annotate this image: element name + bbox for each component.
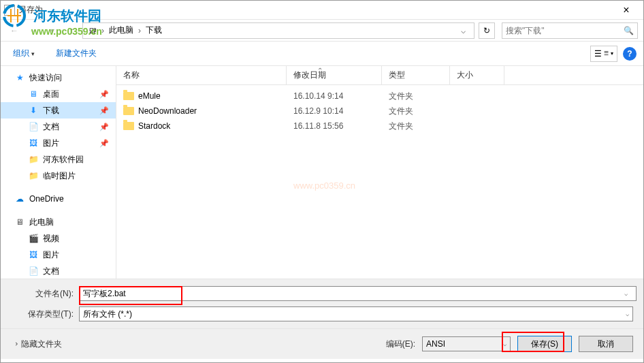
document-icon: 📄 <box>28 266 39 277</box>
file-name: Stardock <box>138 121 170 131</box>
app-icon <box>4 5 15 16</box>
list-item[interactable]: eMule 16.10.14 9:14 文件夹 <box>116 89 643 104</box>
sidebar-item-label: 视频 <box>43 233 59 244</box>
expand-icon[interactable]: ⌃ <box>10 341 19 347</box>
encoding-value: ANSI <box>426 339 445 349</box>
sidebar-item-label: 临时图片 <box>43 170 76 182</box>
search-input[interactable] <box>506 26 624 35</box>
sidebar-hedong[interactable]: 📁 河东软件园 <box>1 151 116 168</box>
sidebar-item-label: OneDrive <box>29 194 64 204</box>
column-size[interactable]: 大小 <box>450 66 504 84</box>
filetype-label: 保存类型(T): <box>11 309 79 320</box>
file-type: 文件夹 <box>382 91 450 102</box>
file-name: eMule <box>138 91 161 101</box>
hide-folders-link[interactable]: 隐藏文件夹 <box>21 338 62 350</box>
pin-icon: 📌 <box>99 139 109 148</box>
search-icon[interactable]: 🔍 <box>624 26 634 35</box>
sidebar-item-label: 下载 <box>43 105 59 116</box>
filename-input[interactable] <box>79 286 637 301</box>
help-button[interactable]: ? <box>623 47 637 61</box>
address-bar: ← → ▾ ↑ 🖳 › 此电脑 › 下载 ⌵ ↻ 🔍 <box>1 20 643 42</box>
encoding-label: 编码(E): <box>386 338 415 350</box>
sidebar-desktop[interactable]: 🖥 桌面 📌 <box>1 86 116 102</box>
sidebar-documents[interactable]: 📄 文档 📌 <box>1 119 116 135</box>
filetype-select[interactable]: 所有文件 (*.*) ⌵ <box>79 306 633 321</box>
sidebar-item-label: 文档 <box>43 266 59 277</box>
sidebar-pics2[interactable]: 🖼 图片 <box>1 247 116 263</box>
sidebar-temppics[interactable]: 📁 临时图片 <box>1 168 116 184</box>
picture-icon: 🖼 <box>28 249 39 260</box>
picture-icon: 🖼 <box>28 138 39 148</box>
sidebar-docs2[interactable]: 📄 文档 <box>1 263 116 279</box>
pc-icon: 🖥 <box>14 217 25 227</box>
download-icon: ⬇ <box>28 105 39 116</box>
window-title: 另存为 <box>18 4 43 16</box>
dropdown-icon[interactable]: ⌵ <box>624 290 628 297</box>
titlebar: 另存为 × <box>1 1 643 20</box>
column-type[interactable]: 类型 <box>382 66 450 84</box>
dropdown-icon: ⌵ <box>503 341 506 347</box>
filetype-value: 所有文件 (*.*) <box>83 309 132 320</box>
sidebar-item-label: 快速访问 <box>29 72 62 84</box>
file-date: 16.10.14 9:14 <box>287 91 382 101</box>
pin-icon: 📌 <box>99 90 109 99</box>
new-folder-button[interactable]: 新建文件夹 <box>50 45 102 62</box>
nav-forward-button[interactable]: → <box>25 22 42 39</box>
sidebar-thispc[interactable]: 🖥 此电脑 <box>1 214 116 230</box>
sidebar-item-label: 文档 <box>43 121 59 133</box>
file-list-body[interactable]: eMule 16.10.14 9:14 文件夹 NeoDownloader 16… <box>116 85 643 279</box>
sidebar-item-label: 此电脑 <box>29 217 54 228</box>
file-date: 16.11.8 15:56 <box>287 121 382 131</box>
breadcrumb-bar[interactable]: 🖳 › 此电脑 › 下载 ⌵ <box>82 22 474 39</box>
folder-icon <box>123 122 134 130</box>
view-button[interactable]: ☰☰▾ <box>590 46 617 62</box>
sidebar-item-label: 桌面 <box>43 89 59 100</box>
nav-up-button[interactable]: ↑ <box>63 22 80 39</box>
sidebar-pictures[interactable]: 🖼 图片 📌 <box>1 135 116 151</box>
save-button[interactable]: 保存(S) <box>517 336 572 352</box>
file-list-header: 名称 ⌃ 修改日期 类型 大小 <box>116 66 643 85</box>
refresh-button[interactable]: ↻ <box>479 22 495 39</box>
file-name: NeoDownloader <box>138 106 197 116</box>
bottom-inputs: 文件名(N): ⌵ 保存类型(T): 所有文件 (*.*) ⌵ <box>1 279 643 328</box>
sidebar-item-label: 河东软件园 <box>43 154 84 165</box>
list-item[interactable]: Stardock 16.11.8 15:56 文件夹 <box>116 119 643 133</box>
star-icon: ★ <box>14 72 25 83</box>
sidebar-downloads[interactable]: ⬇ 下载 📌 <box>1 102 116 119</box>
sidebar-item-label: 图片 <box>43 138 59 149</box>
sidebar: ★ 快速访问 🖥 桌面 📌 ⬇ 下载 📌 📄 文档 📌 🖼 图片 📌 📁 河东软… <box>1 66 116 279</box>
sort-indicator-icon: ⌃ <box>317 67 323 74</box>
breadcrumb-dropdown[interactable]: ⌵ <box>455 23 470 38</box>
pin-icon: 📌 <box>99 123 109 131</box>
column-name[interactable]: 名称 <box>116 66 287 84</box>
file-date: 16.12.9 10:14 <box>287 106 382 116</box>
list-item[interactable]: NeoDownloader 16.12.9 10:14 文件夹 <box>116 104 643 119</box>
pin-icon: 📌 <box>99 106 109 115</box>
column-date[interactable]: 修改日期 <box>287 66 382 84</box>
encoding-select[interactable]: ANSI ⌵ <box>422 336 511 351</box>
filename-label: 文件名(N): <box>11 288 79 300</box>
dropdown-icon: ⌵ <box>626 311 629 317</box>
file-type: 文件夹 <box>382 106 450 117</box>
toolbar: 组织 新建文件夹 ☰☰▾ ? <box>1 42 643 66</box>
onedrive-icon: ☁ <box>14 193 25 204</box>
file-type: 文件夹 <box>382 121 450 132</box>
cancel-button[interactable]: 取消 <box>579 336 633 352</box>
nav-back-button[interactable]: ← <box>6 22 22 39</box>
nav-recent-button[interactable]: ▾ <box>44 22 61 39</box>
video-icon: 🎬 <box>28 233 39 244</box>
breadcrumb-downloads[interactable]: 下载 <box>144 25 164 36</box>
center-watermark: www.pc0359.cn <box>293 180 355 191</box>
sidebar-quick-access[interactable]: ★ 快速访问 <box>1 69 116 86</box>
folder-icon <box>123 107 134 115</box>
breadcrumb-thispc[interactable]: 此电脑 <box>107 25 135 36</box>
sidebar-video[interactable]: 🎬 视频 <box>1 230 116 247</box>
folder-icon <box>123 92 134 100</box>
close-button[interactable]: × <box>613 1 640 19</box>
folder-icon: 📁 <box>28 170 39 181</box>
organize-button[interactable]: 组织 <box>7 45 40 62</box>
search-box[interactable]: 🔍 <box>502 22 638 39</box>
sidebar-onedrive[interactable]: ☁ OneDrive <box>1 191 116 207</box>
document-icon: 📄 <box>28 121 39 132</box>
sidebar-item-label: 图片 <box>43 249 59 261</box>
